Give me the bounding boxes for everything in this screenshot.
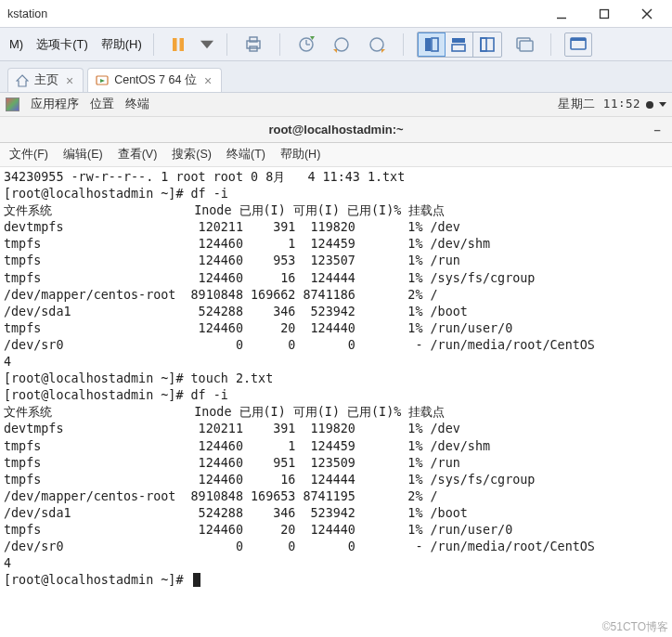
printer-icon[interactable] [240, 32, 266, 58]
terminal-titlebar: root@localhostadmin:~ – [0, 117, 672, 143]
svg-rect-5 [179, 38, 184, 51]
chevron-down-icon [659, 102, 666, 107]
terminal-title: root@localhostadmin:~ [0, 123, 672, 136]
svg-rect-1 [601, 9, 609, 18]
terminal-line: [root@localhostadmin ~]# df -i [4, 186, 668, 202]
gnome-applications[interactable]: 应用程序 [31, 97, 79, 112]
terminal-output[interactable]: 34230955 -rw-r--r--. 1 root root 0 8月 4 … [0, 167, 672, 592]
snapshot-next-icon[interactable] [364, 32, 390, 58]
separator [403, 33, 404, 56]
terminal-line: [root@localhostadmin ~]# df -i [4, 387, 668, 404]
gnome-places[interactable]: 位置 [90, 97, 114, 112]
snapshot-icon[interactable] [293, 32, 319, 58]
svg-rect-25 [520, 41, 533, 51]
menu-item-m[interactable]: M) [6, 33, 31, 55]
toolbar [158, 32, 592, 58]
layout-buttons [417, 32, 502, 58]
svg-marker-6 [200, 40, 213, 47]
terminal-line: 文件系统 Inode 已用(I) 可用(I) 已用(I)% 挂载点 [4, 202, 668, 219]
terminal-line: tmpfs 124460 20 124440 1% /run/user/0 [4, 522, 668, 539]
svg-marker-30 [100, 79, 105, 83]
svg-point-14 [335, 38, 348, 51]
svg-point-16 [370, 38, 383, 51]
fullscreen-icon[interactable] [564, 32, 592, 57]
terminal-line: tmpfs 124460 20 124440 1% /run/user/0 [4, 320, 668, 337]
separator [153, 33, 154, 56]
gnome-terminal[interactable]: 终端 [125, 97, 149, 112]
menu-items: M) 选项卡(T) 帮助(H) [0, 32, 149, 57]
svg-rect-4 [173, 38, 177, 51]
svg-marker-28 [17, 75, 28, 86]
pause-icon[interactable] [165, 32, 191, 58]
term-menu-view[interactable]: 查看(V) [114, 144, 162, 165]
tab-close-icon[interactable]: × [64, 73, 75, 88]
terminal-cursor [193, 573, 200, 587]
terminal-line: tmpfs 124460 1 124459 1% /dev/shm [4, 438, 668, 455]
status-dot-icon [646, 101, 653, 109]
svg-rect-19 [432, 38, 438, 51]
gnome-apps-icon[interactable] [6, 98, 19, 111]
svg-marker-15 [333, 49, 337, 53]
minimize-button[interactable] [540, 0, 583, 28]
menu-item-help[interactable]: 帮助(H) [97, 32, 149, 57]
terminal-line: /dev/sr0 0 0 0 - /run/media/root/CentOS [4, 539, 668, 555]
app-title: kstation [4, 7, 47, 20]
svg-rect-18 [425, 38, 431, 51]
terminal-line: tmpfs 124460 1 124459 1% /dev/shm [4, 236, 668, 253]
svg-rect-23 [481, 38, 486, 51]
svg-rect-21 [452, 45, 465, 51]
separator [279, 33, 280, 56]
monitor-unity-icon[interactable] [511, 32, 537, 58]
terminal-line: /dev/sda1 524288 346 523942 1% /boot [4, 304, 668, 320]
term-menu-search[interactable]: 搜索(S) [168, 144, 215, 165]
term-menu-edit[interactable]: 编辑(E) [59, 144, 107, 165]
svg-rect-27 [571, 38, 586, 41]
tab-home-label: 主页 [34, 72, 58, 88]
svg-rect-22 [481, 38, 494, 51]
terminal-line: /dev/sda1 524288 346 523942 1% /boot [4, 505, 668, 522]
terminal-line: /dev/mapper/centos-root 8910848 169662 8… [4, 287, 668, 304]
separator [550, 33, 551, 56]
tab-centos-label: CentOS 7 64 位 [114, 72, 197, 88]
terminal-line: 4 [4, 555, 668, 572]
tab-close-icon[interactable]: × [202, 73, 213, 88]
tab-strip: 主页 × CentOS 7 64 位 × [0, 61, 672, 93]
svg-rect-20 [452, 38, 465, 43]
vm-icon [96, 74, 109, 87]
layout-cols-icon[interactable] [473, 32, 501, 57]
terminal-line: 4 [4, 354, 668, 370]
home-icon [16, 74, 29, 87]
terminal-line: tmpfs 124460 16 124444 1% /sys/fs/cgroup [4, 270, 668, 287]
terminal-minimize-button[interactable]: – [648, 123, 666, 136]
terminal-line: devtmpfs 120211 391 119820 1% /dev [4, 421, 668, 437]
gnome-clock-area[interactable]: 星期二 11∶52 [558, 97, 666, 112]
gnome-taskbar: 应用程序 位置 终端 星期二 11∶52 [0, 93, 672, 117]
menubar: M) 选项卡(T) 帮助(H) [0, 28, 672, 61]
menu-item-tabs[interactable]: 选项卡(T) [32, 32, 96, 57]
close-button[interactable] [626, 0, 668, 28]
terminal-line: [root@localhostadmin ~]# touch 2.txt [4, 370, 668, 387]
terminal-line: /dev/mapper/centos-root 8910848 169653 8… [4, 488, 668, 505]
dropdown-icon[interactable] [200, 32, 213, 58]
gnome-clock: 星期二 11∶52 [558, 97, 640, 112]
terminal-menubar: 文件(F) 编辑(E) 查看(V) 搜索(S) 终端(T) 帮助(H) [0, 143, 672, 167]
terminal-line: 34230955 -rw-r--r--. 1 root root 0 8月 4 … [4, 169, 668, 186]
tab-centos[interactable]: CentOS 7 64 位 × [87, 68, 222, 92]
terminal-line: devtmpfs 120211 391 119820 1% /dev [4, 219, 668, 236]
window-controls [540, 0, 668, 28]
snapshot-prev-icon[interactable] [329, 32, 355, 58]
maximize-button[interactable] [583, 0, 626, 28]
terminal-line: /dev/sr0 0 0 0 - /run/media/root/CentOS [4, 337, 668, 354]
terminal-line: tmpfs 124460 951 123509 1% /run [4, 455, 668, 472]
terminal-line: [root@localhostadmin ~]# [4, 572, 668, 589]
term-menu-terminal[interactable]: 终端(T) [223, 144, 269, 165]
term-menu-help[interactable]: 帮助(H) [277, 144, 324, 165]
separator [226, 33, 227, 56]
svg-marker-17 [381, 49, 385, 53]
watermark: ©51CTO博客 [602, 619, 668, 635]
tab-home[interactable]: 主页 × [7, 68, 84, 92]
layout-single-icon[interactable] [418, 32, 446, 57]
layout-rows-icon[interactable] [446, 32, 473, 57]
terminal-line: tmpfs 124460 16 124444 1% /sys/fs/cgroup [4, 472, 668, 488]
term-menu-file[interactable]: 文件(F) [6, 144, 52, 165]
